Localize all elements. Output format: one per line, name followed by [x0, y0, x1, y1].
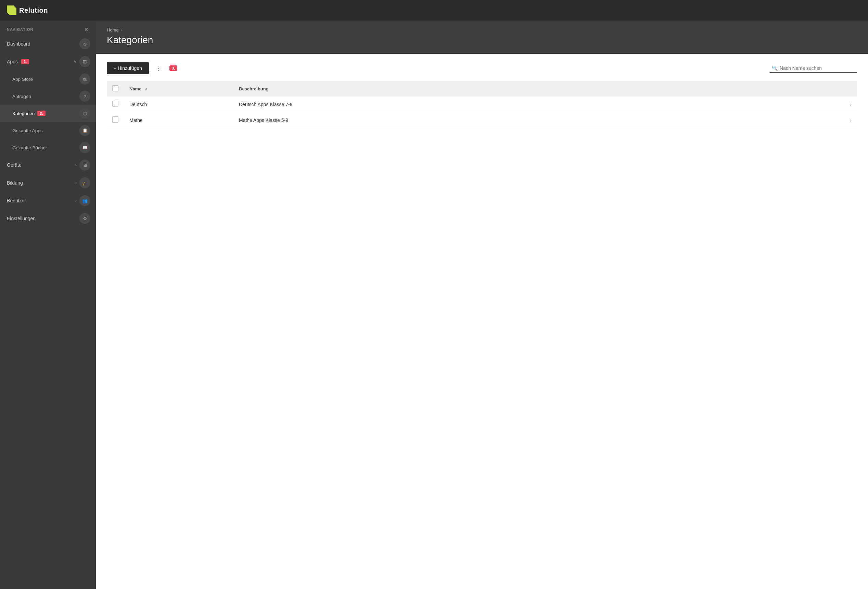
sidebar-item-gekaufte-apps[interactable]: Gekaufte Apps 📋 [0, 122, 96, 139]
sidebar-item-dashboard[interactable]: Dashboard ⎋ [0, 35, 96, 53]
benutzer-label: Benutzer [7, 198, 26, 203]
toolbar-badge: 3. [170, 65, 177, 71]
sidebar-item-geraete[interactable]: Geräte › 🖥 [0, 156, 96, 174]
row-checkbox[interactable] [112, 101, 118, 107]
sidebar: NAVIGATION ⊙ Dashboard ⎋ Apps 1. ∨ ⊞ [0, 21, 96, 589]
bildung-icon: 🎓 [80, 178, 90, 188]
sidebar-item-einstellungen[interactable]: Einstellungen ⚙ [0, 210, 96, 227]
table-row: Mathe Mathe Apps Klasse 5-9 › [107, 112, 857, 128]
content: Home › Kategorien + Hinzufügen ⋮ 3. 🔍 [96, 21, 868, 589]
benutzer-icon: 👥 [80, 195, 90, 206]
app-store-icon: 🛍 [80, 74, 90, 84]
main-layout: NAVIGATION ⊙ Dashboard ⎋ Apps 1. ∨ ⊞ [0, 21, 868, 589]
header-checkbox-col [107, 81, 124, 96]
gekaufte-apps-label: Gekaufte Apps [12, 128, 43, 133]
content-body: + Hinzufügen ⋮ 3. 🔍 Name [96, 54, 868, 589]
content-header: Home › Kategorien [96, 21, 868, 54]
row-name-cell: Mathe [124, 112, 233, 128]
sidebar-item-anfragen[interactable]: Anfragen ? [0, 88, 96, 105]
apps-label: Apps [7, 59, 18, 64]
data-table: Name ∧ Beschreibung Deutsch Deutsch [107, 81, 857, 128]
sidebar-item-gekaufte-buecher[interactable]: Gekaufte Bücher 📖 [0, 139, 96, 156]
row-chevron: › [850, 102, 852, 107]
apps-icon: ⊞ [80, 56, 90, 67]
bildung-label: Bildung [7, 180, 23, 186]
nav-settings-icon: ⊙ [84, 27, 89, 32]
table-body: Deutsch Deutsch Apps Klasse 7-9 › Mathe … [107, 96, 857, 128]
col-beschreibung-label: Beschreibung [239, 86, 269, 92]
gekaufte-buecher-label: Gekaufte Bücher [12, 145, 47, 150]
col-name-label: Name [129, 86, 141, 92]
row-name: Deutsch [129, 102, 147, 107]
kategorien-badge: 2. [37, 111, 45, 116]
page-title: Kategorien [107, 35, 857, 46]
anfragen-icon: ? [80, 91, 90, 102]
geraete-icon: 🖥 [80, 160, 90, 170]
row-checkbox[interactable] [112, 117, 118, 123]
search-input[interactable] [780, 65, 855, 71]
gekaufte-apps-icon: 📋 [80, 125, 90, 136]
table-header: Name ∧ Beschreibung [107, 81, 857, 96]
breadcrumb-separator: › [121, 27, 122, 33]
sidebar-item-bildung[interactable]: Bildung › 🎓 [0, 174, 96, 192]
apps-badge: 1. [21, 59, 29, 64]
einstellungen-label: Einstellungen [7, 216, 35, 221]
more-options-button[interactable]: ⋮ [153, 63, 165, 73]
row-name-cell: Deutsch [124, 96, 233, 112]
row-checkbox-cell [107, 112, 124, 128]
app-store-label: App Store [12, 77, 33, 82]
row-chevron: › [850, 117, 852, 123]
sidebar-item-kategorien[interactable]: Kategorien 2. ⬡ [0, 105, 96, 122]
logo: Relution [7, 6, 48, 15]
table-row: Deutsch Deutsch Apps Klasse 7-9 › [107, 96, 857, 112]
sidebar-item-apps[interactable]: Apps 1. ∨ ⊞ [0, 53, 96, 71]
nav-section-label: NAVIGATION ⊙ [0, 21, 96, 35]
geraete-chevron: › [75, 163, 77, 167]
sort-icon: ∧ [145, 87, 148, 91]
benutzer-chevron: › [75, 198, 77, 203]
row-checkbox-cell [107, 96, 124, 112]
topbar: Relution [0, 0, 868, 21]
apps-chevron: ∨ [74, 59, 77, 64]
search-box: 🔍 [770, 64, 857, 73]
logo-icon [7, 6, 16, 15]
header-checkbox[interactable] [112, 85, 118, 92]
add-button[interactable]: + Hinzufügen [107, 62, 149, 74]
anfragen-label: Anfragen [12, 94, 31, 99]
dashboard-icon: ⎋ [80, 38, 90, 49]
row-beschreibung-cell[interactable]: Mathe Apps Klasse 5-9 › [233, 112, 857, 128]
kategorien-label: Kategorien [12, 111, 35, 116]
sidebar-item-app-store[interactable]: App Store 🛍 [0, 71, 96, 88]
toolbar: + Hinzufügen ⋮ 3. 🔍 [107, 62, 857, 74]
header-name-col[interactable]: Name ∧ [124, 81, 233, 96]
sidebar-item-benutzer[interactable]: Benutzer › 👥 [0, 192, 96, 210]
kategorien-icon: ⬡ [80, 108, 90, 119]
breadcrumb-home[interactable]: Home [107, 27, 119, 33]
einstellungen-icon: ⚙ [80, 213, 90, 224]
row-name: Mathe [129, 117, 143, 123]
geraete-label: Geräte [7, 162, 22, 168]
header-beschreibung-col: Beschreibung [233, 81, 857, 96]
breadcrumb: Home › [107, 27, 857, 33]
search-icon: 🔍 [772, 65, 778, 71]
row-beschreibung-cell[interactable]: Deutsch Apps Klasse 7-9 › [233, 96, 857, 112]
logo-text: Relution [19, 6, 48, 14]
bildung-chevron: › [75, 181, 77, 185]
gekaufte-buecher-icon: 📖 [80, 142, 90, 153]
dashboard-label: Dashboard [7, 41, 31, 47]
